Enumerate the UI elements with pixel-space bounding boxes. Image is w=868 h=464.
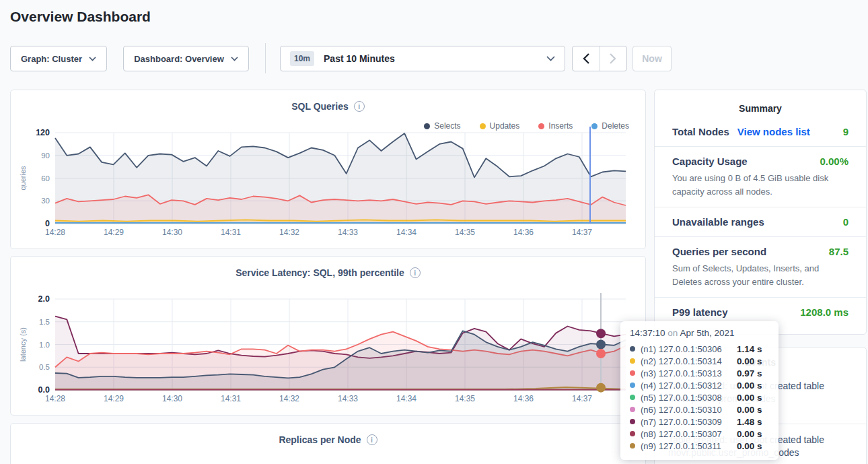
chevron-left-icon — [583, 53, 589, 64]
node-address: (n8) 127.0.0.1:50307 — [641, 429, 731, 439]
svg-text:14:30: 14:30 — [162, 394, 182, 403]
node-color-dot — [630, 407, 635, 412]
time-nav-group — [572, 46, 627, 71]
node-latency-value: 0.00 s — [737, 393, 769, 403]
node-color-dot — [630, 383, 635, 388]
svg-text:90: 90 — [41, 152, 50, 160]
node-address: (n6) 127.0.0.1:50310 — [641, 405, 731, 415]
node-address: (n4) 127.0.0.1:50312 — [641, 380, 731, 391]
chevron-right-icon — [610, 53, 616, 64]
svg-text:0: 0 — [45, 219, 50, 228]
tooltip-row-n6: (n6) 127.0.0.1:503100.00 s — [630, 403, 769, 416]
node-latency-value: 0.00 s — [737, 405, 769, 415]
service-latency-chart[interactable]: 14:2814:2914:3014:3114:3214:3314:3414:35… — [11, 292, 645, 413]
svg-text:14:32: 14:32 — [279, 394, 299, 403]
summary-row-capacity-usage: Capacity Usage 0.00% You are using 0 B o… — [655, 146, 866, 207]
node-latency-value: 0.00 s — [737, 380, 769, 391]
node-latency-value: 0.97 s — [737, 368, 769, 378]
tooltip-row-n2: (n2) 127.0.0.1:503140.00 s — [630, 355, 769, 367]
summary-panel: Summary Total Nodes View nodes list 9 Ca… — [654, 90, 867, 335]
node-latency-value: 0.00 s — [737, 356, 769, 366]
tooltip-row-n7: (n7) 127.0.0.1:503091.48 s — [630, 416, 769, 428]
node-address: (n1) 127.0.0.1:50306 — [641, 344, 731, 354]
info-icon[interactable]: i — [367, 434, 377, 445]
svg-text:14:32: 14:32 — [279, 228, 299, 237]
svg-text:14:37: 14:37 — [572, 394, 592, 403]
graph-dropdown[interactable]: Graph: Cluster — [10, 46, 107, 71]
tooltip-row-n9: (n9) 127.0.0.1:503110.00 s — [630, 440, 769, 452]
node-latency-value: 0.00 s — [737, 441, 769, 451]
page-title: Overview Dashboard — [10, 9, 151, 25]
toolbar-divider — [265, 43, 266, 73]
node-address: (n5) 127.0.0.1:50308 — [641, 393, 731, 403]
svg-text:14:29: 14:29 — [104, 228, 124, 237]
view-nodes-list-link[interactable]: View nodes list — [737, 126, 810, 137]
unavailable-ranges-label: Unavailable ranges — [672, 216, 764, 228]
node-color-dot — [630, 358, 635, 364]
svg-text:120: 120 — [36, 128, 50, 137]
tooltip-rows: (n1) 127.0.0.1:503061.14 s(n2) 127.0.0.1… — [630, 343, 769, 452]
svg-text:60: 60 — [41, 174, 50, 183]
replicas-per-node-panel: Replicas per Node i — [10, 423, 646, 464]
node-color-dot — [630, 431, 635, 436]
svg-text:queries: queries — [19, 166, 27, 191]
node-color-dot — [630, 443, 635, 449]
svg-text:14:34: 14:34 — [396, 394, 417, 403]
svg-text:14:34: 14:34 — [396, 228, 417, 237]
summary-row-qps: Queries per second 87.5 Sum of Selects, … — [655, 236, 866, 297]
chart-hover-tooltip: 14:37:10 on Apr 5th, 2021 (n1) 127.0.0.1… — [620, 321, 779, 460]
tooltip-timestamp: 14:37:10 on Apr 5th, 2021 — [630, 328, 769, 338]
time-range-badge: 10m — [290, 51, 314, 66]
dashboard-dropdown[interactable]: Dashboard: Overview — [123, 46, 249, 71]
svg-text:14:31: 14:31 — [221, 228, 241, 237]
time-range-label: Past 10 Minutes — [324, 53, 537, 64]
info-icon[interactable]: i — [410, 267, 421, 278]
info-icon[interactable]: i — [354, 101, 365, 112]
sql-queries-chart[interactable]: 14:2814:2914:3014:3114:3214:3314:3414:35… — [11, 125, 645, 246]
svg-text:14:36: 14:36 — [513, 228, 534, 237]
chevron-down-icon — [89, 57, 96, 61]
node-color-dot — [630, 419, 635, 424]
service-latency-title: Service Latency: SQL, 99th percentile — [236, 267, 404, 278]
capacity-usage-value: 0.00% — [820, 156, 848, 167]
svg-text:14:31: 14:31 — [221, 394, 241, 403]
p99-latency-label: P99 latency — [672, 306, 728, 318]
tooltip-row-n4: (n4) 127.0.0.1:503120.00 s — [630, 379, 769, 391]
p99-latency-value: 1208.0 ms — [800, 306, 848, 318]
svg-text:14:33: 14:33 — [338, 228, 358, 237]
total-nodes-value: 9 — [843, 126, 848, 137]
service-latency-panel: Service Latency: SQL, 99th percentile i … — [10, 256, 646, 416]
time-next-button[interactable] — [600, 46, 627, 71]
tooltip-row-n1: (n1) 127.0.0.1:503061.14 s — [630, 343, 769, 355]
node-color-dot — [630, 346, 635, 352]
node-color-dot — [630, 370, 635, 376]
qps-label: Queries per second — [672, 246, 766, 257]
tooltip-row-n8: (n8) 127.0.0.1:503070.00 s — [630, 428, 769, 440]
replicas-per-node-title: Replicas per Node — [279, 434, 361, 445]
node-address: (n7) 127.0.0.1:50309 — [641, 417, 731, 427]
tooltip-row-n3: (n3) 127.0.0.1:503130.97 s — [630, 367, 769, 379]
svg-text:14:30: 14:30 — [162, 228, 182, 237]
node-address: (n3) 127.0.0.1:50313 — [641, 368, 731, 378]
node-latency-value: 0.00 s — [737, 429, 769, 439]
tooltip-row-n5: (n5) 127.0.0.1:503080.00 s — [630, 391, 769, 403]
summary-row-total-nodes: Total Nodes View nodes list 9 — [655, 117, 866, 146]
svg-text:2.0: 2.0 — [38, 294, 50, 304]
svg-text:14:35: 14:35 — [455, 228, 475, 237]
time-range-dropdown[interactable]: 10m Past 10 Minutes — [280, 46, 565, 71]
node-latency-value: 1.48 s — [737, 417, 769, 427]
dashboard-dropdown-label: Dashboard: Overview — [134, 54, 224, 64]
svg-text:14:37: 14:37 — [572, 228, 592, 237]
unavailable-ranges-value: 0 — [843, 216, 848, 228]
svg-text:30: 30 — [41, 197, 50, 205]
sql-queries-panel: SQL Queries i SelectsUpdatesInsertsDelet… — [10, 90, 646, 249]
capacity-usage-label: Capacity Usage — [672, 156, 748, 167]
now-button[interactable]: Now — [632, 46, 672, 71]
summary-row-unavailable-ranges: Unavailable ranges 0 — [655, 207, 866, 236]
svg-text:14:29: 14:29 — [104, 394, 124, 403]
svg-text:1.0: 1.0 — [39, 341, 50, 349]
time-prev-button[interactable] — [573, 46, 600, 71]
svg-text:latency (s): latency (s) — [19, 327, 27, 362]
svg-text:1.5: 1.5 — [39, 318, 50, 326]
node-latency-value: 1.14 s — [737, 344, 769, 354]
